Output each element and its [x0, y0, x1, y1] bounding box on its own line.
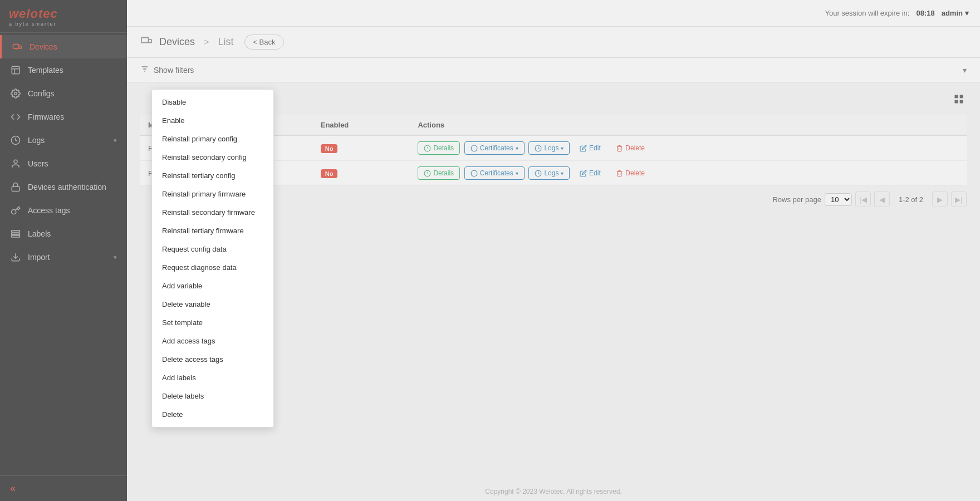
breadcrumb-separator: >	[204, 37, 209, 47]
page-info: 1-2 of 2	[899, 195, 923, 204]
sidebar-label-configs: Configs	[28, 89, 117, 98]
dropdown-item[interactable]: Disable	[152, 93, 273, 111]
firmwares-icon	[10, 111, 21, 122]
sidebar-item-labels[interactable]: Labels	[0, 222, 127, 245]
svg-rect-15	[149, 40, 152, 43]
filters-bar: Show filters ▾	[127, 58, 980, 82]
import-chevron-icon: ▾	[114, 254, 117, 261]
sidebar-item-devices-auth[interactable]: Devices authentication	[0, 175, 127, 199]
sidebar-item-access-tags[interactable]: Access tags	[0, 199, 127, 222]
sidebar-collapse-button[interactable]: «	[0, 475, 127, 501]
dropdown-item[interactable]: Reinstall primary firmware	[152, 185, 273, 203]
logs-button[interactable]: Logs ▾	[528, 141, 570, 155]
sidebar-item-import[interactable]: Import ▾	[0, 245, 127, 269]
cell-enabled: No	[313, 161, 410, 186]
certificates-button[interactable]: Certificates ▾	[464, 141, 525, 155]
sidebar-label-devices-auth: Devices authentication	[28, 183, 117, 191]
last-page-button[interactable]: ▶|	[951, 191, 967, 207]
svg-rect-1	[19, 46, 22, 49]
sidebar-label-logs: Logs	[28, 136, 107, 145]
edit-button[interactable]: Edit	[574, 142, 606, 154]
footer-text: Copyright © 2023 Welotec. All rights res…	[485, 488, 621, 495]
breadcrumb-current: List	[218, 36, 233, 48]
sidebar-item-users[interactable]: Users	[0, 152, 127, 175]
svg-rect-20	[960, 95, 963, 99]
dropdown-item[interactable]: Enable	[152, 111, 273, 130]
sidebar: welotec a byte smarter Devices Templates…	[0, 0, 127, 501]
dropdown-item[interactable]: Reinstall tertiary config	[152, 166, 273, 185]
dropdown-item[interactable]: Delete access tags	[152, 350, 273, 369]
devices-auth-icon	[10, 181, 21, 193]
svg-rect-19	[955, 95, 958, 99]
prev-page-button[interactable]: ◀	[874, 191, 890, 207]
logs-icon	[10, 135, 21, 146]
users-icon	[10, 158, 21, 169]
dropdown-item[interactable]: Delete labels	[152, 387, 273, 405]
logo-text-sub: a byte smarter	[9, 21, 57, 27]
context-dropdown-menu[interactable]: DisableEnableReinstall primary configRei…	[151, 89, 274, 428]
details-button[interactable]: Details	[418, 141, 460, 155]
devices-icon	[12, 41, 23, 52]
cell-actions: Details Certificates ▾ Logs ▾ Edit Delet…	[410, 161, 967, 186]
sidebar-label-devices: Devices	[30, 42, 117, 51]
user-chevron-icon: ▾	[965, 9, 969, 17]
dropdown-item[interactable]: Reinstall secondary config	[152, 148, 273, 166]
dropdown-item[interactable]: Add variable	[152, 277, 273, 295]
next-page-button[interactable]: ▶	[932, 191, 948, 207]
details-button[interactable]: Details	[418, 166, 460, 180]
first-page-button[interactable]: |◀	[855, 191, 871, 207]
sidebar-nav: Devices Templates Configs Firmwares	[0, 33, 127, 475]
collapse-icon: «	[10, 483, 16, 494]
logo-text-main: welotec	[9, 8, 58, 20]
breadcrumb-root: Devices	[159, 36, 195, 48]
dropdown-item[interactable]: Delete variable	[152, 295, 273, 313]
delete-button[interactable]: Delete	[610, 167, 650, 179]
sidebar-label-templates: Templates	[28, 66, 117, 75]
sidebar-item-templates[interactable]: Templates	[0, 58, 127, 82]
col-actions: Actions	[410, 115, 967, 135]
svg-rect-10	[12, 230, 20, 232]
dropdown-item[interactable]: Reinstall tertiary firmware	[152, 222, 273, 240]
logo: welotec a byte smarter	[9, 8, 118, 27]
svg-point-2	[16, 48, 17, 50]
dropdown-item[interactable]: Add access tags	[152, 332, 273, 350]
dropdown-item[interactable]: Reinstall primary config	[152, 130, 273, 148]
page-header-icon	[140, 35, 153, 50]
svg-rect-12	[12, 235, 20, 237]
topbar: Your session will expire in: 08:18 admin…	[127, 0, 980, 27]
grid-view-button[interactable]	[951, 91, 967, 110]
svg-rect-11	[12, 233, 20, 235]
dropdown-item[interactable]: Request config data	[152, 240, 273, 258]
user-label: admin	[942, 9, 963, 17]
certificates-button[interactable]: Certificates ▾	[464, 166, 525, 180]
edit-button[interactable]: Edit	[574, 167, 606, 179]
dropdown-item[interactable]: Add labels	[152, 369, 273, 387]
sidebar-item-logs[interactable]: Logs ▾	[0, 129, 127, 152]
dropdown-item[interactable]: Set template	[152, 313, 273, 332]
filter-icon	[140, 65, 149, 75]
sidebar-item-devices[interactable]: Devices	[0, 35, 127, 58]
back-button[interactable]: < Back	[244, 35, 283, 50]
access-tags-icon	[10, 205, 21, 216]
sidebar-item-firmwares[interactable]: Firmwares	[0, 105, 127, 129]
col-enabled: Enabled	[313, 115, 410, 135]
dropdown-item[interactable]: Request diagnose data	[152, 258, 273, 277]
logo-area: welotec a byte smarter	[0, 0, 127, 33]
delete-button[interactable]: Delete	[610, 142, 650, 154]
dropdown-item[interactable]: Reinstall secondary firmware	[152, 203, 273, 222]
svg-point-26	[471, 145, 477, 151]
user-menu-button[interactable]: admin ▾	[942, 9, 969, 17]
logs-button[interactable]: Logs ▾	[528, 166, 570, 180]
sidebar-item-configs[interactable]: Configs	[0, 82, 127, 105]
svg-rect-0	[13, 45, 19, 49]
dropdown-item[interactable]: Delete	[152, 405, 273, 424]
templates-icon	[10, 65, 21, 76]
svg-rect-22	[960, 100, 963, 104]
svg-rect-14	[141, 38, 149, 43]
filters-chevron-icon: ▾	[963, 66, 967, 75]
rows-per-page-select[interactable]: 10 25 50	[825, 193, 852, 206]
show-filters-button[interactable]: Show filters	[140, 65, 194, 75]
sidebar-label-firmwares: Firmwares	[28, 112, 117, 121]
configs-icon	[10, 88, 21, 99]
sidebar-label-users: Users	[28, 159, 117, 168]
